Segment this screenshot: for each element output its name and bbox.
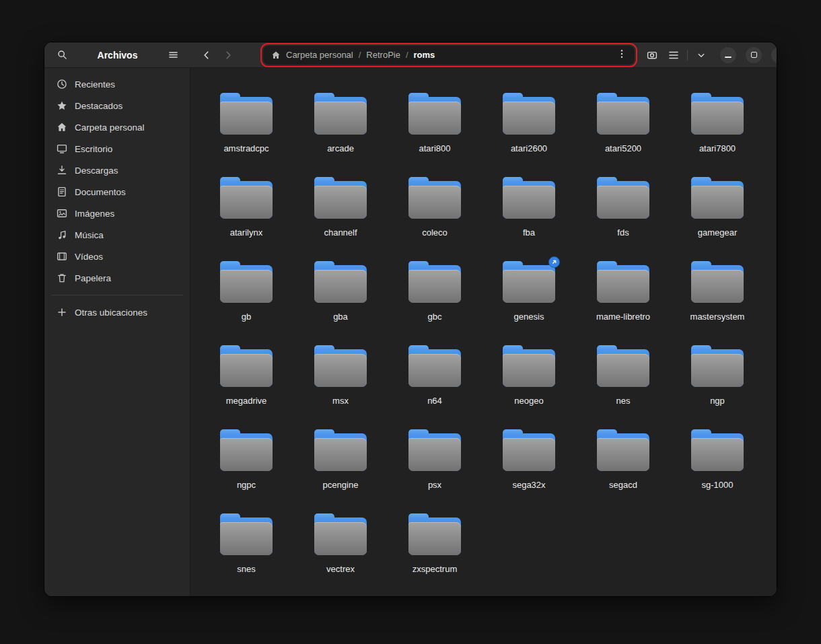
sidebar-item-destacados[interactable]: Destacados xyxy=(50,95,184,116)
folder-item[interactable]: genesis xyxy=(482,260,576,344)
minimize-icon xyxy=(725,57,731,58)
folder-item[interactable]: sg-1000 xyxy=(670,428,764,512)
folder-item[interactable]: zxspectrum xyxy=(388,512,482,596)
path-bar[interactable]: Carpeta personal / RetroPie / roms xyxy=(263,46,635,65)
folder-item[interactable]: pcengine xyxy=(293,428,388,512)
shortcut-emblem-icon xyxy=(548,256,560,268)
chevron-right-icon xyxy=(223,50,233,60)
breadcrumb-segment-home[interactable]: Carpeta personal xyxy=(286,50,353,60)
video-icon xyxy=(57,251,67,262)
folder-item[interactable]: n64 xyxy=(388,344,482,428)
folder-item[interactable]: atari2600 xyxy=(482,92,576,176)
plus-icon xyxy=(57,307,67,318)
app-title: Archivos xyxy=(75,50,159,61)
folder-item[interactable]: coleco xyxy=(388,176,482,260)
folder-name: gba xyxy=(333,312,348,322)
search-icon xyxy=(57,50,67,60)
folder-item[interactable]: atari7800 xyxy=(670,92,764,176)
folder-icon xyxy=(408,261,461,303)
close-button[interactable]: ✕ xyxy=(771,47,777,63)
folder-item[interactable]: gba xyxy=(293,260,388,344)
folder-item[interactable]: vectrex xyxy=(293,512,388,596)
forward-button[interactable] xyxy=(219,46,238,65)
path-options-button[interactable] xyxy=(616,49,628,61)
camera-button[interactable] xyxy=(643,46,662,65)
folder-item[interactable]: fds xyxy=(576,176,670,260)
folder-icon xyxy=(691,261,744,303)
list-view-toggle-button[interactable] xyxy=(664,46,683,65)
folder-item[interactable]: megadrive xyxy=(199,344,293,428)
folder-item[interactable]: segacd xyxy=(576,428,670,512)
main-menu-button[interactable] xyxy=(164,46,182,65)
sidebar-item-videos[interactable]: Vídeos xyxy=(50,246,184,267)
folder-item[interactable]: snes xyxy=(199,512,293,596)
download-icon xyxy=(57,165,67,176)
minimize-button[interactable] xyxy=(720,47,736,63)
folder-item[interactable]: ngp xyxy=(670,344,764,428)
folder-name: nes xyxy=(616,396,631,406)
folder-icon xyxy=(220,345,273,387)
folder-icon xyxy=(220,429,273,471)
folder-item[interactable]: gb xyxy=(199,260,293,344)
folder-item[interactable]: msx xyxy=(293,344,388,428)
sidebar-item-recientes[interactable]: Recientes xyxy=(50,73,184,95)
folder-item[interactable]: fba xyxy=(482,176,576,260)
main-header: Carpeta personal / RetroPie / roms xyxy=(190,42,777,67)
folder-item[interactable]: atarilynx xyxy=(199,176,293,260)
sidebar-item-label: Vídeos xyxy=(75,252,103,262)
sidebar-item-label: Documentos xyxy=(75,187,126,197)
folder-icon xyxy=(220,513,273,555)
folder-item[interactable]: mastersystem xyxy=(670,260,764,344)
folder-item[interactable]: atari5200 xyxy=(576,92,670,176)
folder-name: atari800 xyxy=(419,143,451,153)
folder-icon xyxy=(691,177,744,219)
folder-item[interactable]: atari800 xyxy=(388,92,482,176)
folder-name: atarilynx xyxy=(230,227,262,238)
folder-item[interactable]: mame-libretro xyxy=(576,260,670,344)
folder-item[interactable]: psx xyxy=(388,428,482,512)
folder-icon xyxy=(597,345,649,387)
folder-item[interactable]: nes xyxy=(576,344,670,428)
content-area: amstradcpc arcade atari800 xyxy=(190,68,777,596)
view-options-button[interactable] xyxy=(692,46,711,65)
sidebar-item-carpeta-personal[interactable]: Carpeta personal xyxy=(50,116,184,138)
sidebar-item-otras-ubicaciones[interactable]: Otras ubicaciones xyxy=(50,301,184,323)
search-button[interactable] xyxy=(52,46,71,65)
folder-item[interactable]: sega32x xyxy=(482,428,576,512)
sidebar-item-imagenes[interactable]: Imágenes xyxy=(50,203,184,224)
folder-icon xyxy=(691,93,744,135)
sidebar-separator xyxy=(51,295,183,295)
sidebar-item-label: Carpeta personal xyxy=(75,122,145,133)
folder-item[interactable]: gbc xyxy=(388,260,482,344)
folder-icon xyxy=(220,93,273,135)
folder-item[interactable]: gamegear xyxy=(670,176,764,260)
folder-name: sg-1000 xyxy=(702,480,734,490)
maximize-button[interactable] xyxy=(746,47,762,63)
folder-name: neogeo xyxy=(514,396,543,406)
sidebar-item-papelera[interactable]: Papelera xyxy=(50,267,184,289)
sidebar-item-label: Música xyxy=(75,230,104,240)
folder-item[interactable]: amstradcpc xyxy=(199,92,293,176)
sidebar-item-label: Recientes xyxy=(75,79,115,90)
folder-item[interactable]: neogeo xyxy=(482,344,576,428)
back-button[interactable] xyxy=(197,46,216,65)
close-icon: ✕ xyxy=(776,50,777,59)
folder-icon xyxy=(314,177,367,219)
folder-name: vectrex xyxy=(326,564,355,574)
sidebar-item-label: Escritorio xyxy=(75,144,112,154)
folder-icon xyxy=(503,345,555,387)
sidebar-item-descargas[interactable]: Descargas xyxy=(50,159,184,181)
sidebar-item-escritorio[interactable]: Escritorio xyxy=(50,138,184,159)
folder-item[interactable]: ngpc xyxy=(199,428,293,512)
folder-icon xyxy=(503,429,555,471)
folder-item[interactable]: channelf xyxy=(293,176,388,260)
files-window: Archivos xyxy=(44,42,777,597)
headerbar: Archivos xyxy=(44,42,777,68)
folder-name: psx xyxy=(428,480,441,490)
sidebar-item-documentos[interactable]: Documentos xyxy=(50,181,184,203)
sidebar-item-musica[interactable]: Música xyxy=(50,224,184,246)
folder-item[interactable]: arcade xyxy=(293,92,388,176)
folder-icon xyxy=(597,261,649,303)
folder-name: amstradcpc xyxy=(223,143,269,153)
breadcrumb-segment-retropie[interactable]: RetroPie xyxy=(366,50,400,60)
